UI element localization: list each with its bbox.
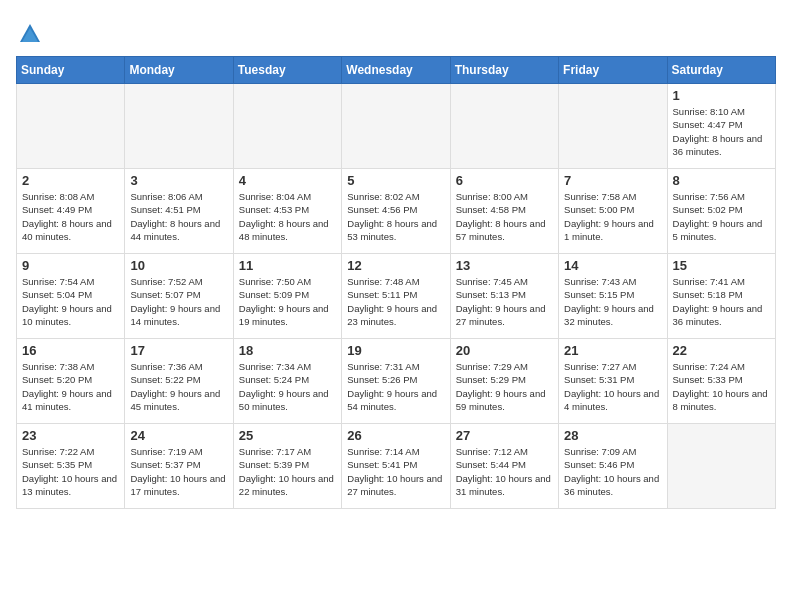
- day-number: 26: [347, 428, 444, 443]
- week-row-4: 16Sunrise: 7:38 AM Sunset: 5:20 PM Dayli…: [17, 339, 776, 424]
- day-number: 9: [22, 258, 119, 273]
- day-number: 1: [673, 88, 770, 103]
- day-cell: [450, 84, 558, 169]
- day-number: 3: [130, 173, 227, 188]
- day-number: 2: [22, 173, 119, 188]
- day-info: Sunrise: 7:48 AM Sunset: 5:11 PM Dayligh…: [347, 275, 444, 328]
- day-info: Sunrise: 7:54 AM Sunset: 5:04 PM Dayligh…: [22, 275, 119, 328]
- day-cell: 3Sunrise: 8:06 AM Sunset: 4:51 PM Daylig…: [125, 169, 233, 254]
- day-number: 13: [456, 258, 553, 273]
- day-info: Sunrise: 7:12 AM Sunset: 5:44 PM Dayligh…: [456, 445, 553, 498]
- day-info: Sunrise: 7:56 AM Sunset: 5:02 PM Dayligh…: [673, 190, 770, 243]
- day-number: 28: [564, 428, 661, 443]
- day-number: 7: [564, 173, 661, 188]
- day-info: Sunrise: 7:58 AM Sunset: 5:00 PM Dayligh…: [564, 190, 661, 243]
- day-number: 8: [673, 173, 770, 188]
- col-header-saturday: Saturday: [667, 57, 775, 84]
- logo: [16, 20, 48, 48]
- col-header-thursday: Thursday: [450, 57, 558, 84]
- day-info: Sunrise: 7:31 AM Sunset: 5:26 PM Dayligh…: [347, 360, 444, 413]
- day-cell: [667, 424, 775, 509]
- day-number: 5: [347, 173, 444, 188]
- day-info: Sunrise: 7:34 AM Sunset: 5:24 PM Dayligh…: [239, 360, 336, 413]
- day-cell: 6Sunrise: 8:00 AM Sunset: 4:58 PM Daylig…: [450, 169, 558, 254]
- day-cell: 2Sunrise: 8:08 AM Sunset: 4:49 PM Daylig…: [17, 169, 125, 254]
- day-cell: 28Sunrise: 7:09 AM Sunset: 5:46 PM Dayli…: [559, 424, 667, 509]
- day-cell: [559, 84, 667, 169]
- day-info: Sunrise: 7:45 AM Sunset: 5:13 PM Dayligh…: [456, 275, 553, 328]
- week-row-1: 1Sunrise: 8:10 AM Sunset: 4:47 PM Daylig…: [17, 84, 776, 169]
- day-info: Sunrise: 7:52 AM Sunset: 5:07 PM Dayligh…: [130, 275, 227, 328]
- day-info: Sunrise: 7:14 AM Sunset: 5:41 PM Dayligh…: [347, 445, 444, 498]
- day-cell: 14Sunrise: 7:43 AM Sunset: 5:15 PM Dayli…: [559, 254, 667, 339]
- day-cell: 23Sunrise: 7:22 AM Sunset: 5:35 PM Dayli…: [17, 424, 125, 509]
- day-number: 19: [347, 343, 444, 358]
- week-row-5: 23Sunrise: 7:22 AM Sunset: 5:35 PM Dayli…: [17, 424, 776, 509]
- day-number: 11: [239, 258, 336, 273]
- day-info: Sunrise: 7:22 AM Sunset: 5:35 PM Dayligh…: [22, 445, 119, 498]
- col-header-monday: Monday: [125, 57, 233, 84]
- day-number: 21: [564, 343, 661, 358]
- day-cell: 26Sunrise: 7:14 AM Sunset: 5:41 PM Dayli…: [342, 424, 450, 509]
- header: [16, 16, 776, 48]
- day-cell: 16Sunrise: 7:38 AM Sunset: 5:20 PM Dayli…: [17, 339, 125, 424]
- day-info: Sunrise: 7:43 AM Sunset: 5:15 PM Dayligh…: [564, 275, 661, 328]
- day-number: 15: [673, 258, 770, 273]
- day-number: 25: [239, 428, 336, 443]
- day-info: Sunrise: 8:00 AM Sunset: 4:58 PM Dayligh…: [456, 190, 553, 243]
- day-info: Sunrise: 8:10 AM Sunset: 4:47 PM Dayligh…: [673, 105, 770, 158]
- day-cell: 7Sunrise: 7:58 AM Sunset: 5:00 PM Daylig…: [559, 169, 667, 254]
- day-cell: [233, 84, 341, 169]
- day-info: Sunrise: 8:04 AM Sunset: 4:53 PM Dayligh…: [239, 190, 336, 243]
- day-cell: [17, 84, 125, 169]
- day-info: Sunrise: 7:41 AM Sunset: 5:18 PM Dayligh…: [673, 275, 770, 328]
- day-number: 23: [22, 428, 119, 443]
- logo-icon: [16, 20, 44, 48]
- day-number: 22: [673, 343, 770, 358]
- day-cell: 1Sunrise: 8:10 AM Sunset: 4:47 PM Daylig…: [667, 84, 775, 169]
- day-cell: 15Sunrise: 7:41 AM Sunset: 5:18 PM Dayli…: [667, 254, 775, 339]
- day-number: 16: [22, 343, 119, 358]
- day-info: Sunrise: 8:08 AM Sunset: 4:49 PM Dayligh…: [22, 190, 119, 243]
- day-cell: 19Sunrise: 7:31 AM Sunset: 5:26 PM Dayli…: [342, 339, 450, 424]
- col-header-tuesday: Tuesday: [233, 57, 341, 84]
- day-info: Sunrise: 7:29 AM Sunset: 5:29 PM Dayligh…: [456, 360, 553, 413]
- day-info: Sunrise: 8:06 AM Sunset: 4:51 PM Dayligh…: [130, 190, 227, 243]
- day-number: 12: [347, 258, 444, 273]
- day-cell: [125, 84, 233, 169]
- day-cell: 10Sunrise: 7:52 AM Sunset: 5:07 PM Dayli…: [125, 254, 233, 339]
- day-info: Sunrise: 7:17 AM Sunset: 5:39 PM Dayligh…: [239, 445, 336, 498]
- day-info: Sunrise: 7:09 AM Sunset: 5:46 PM Dayligh…: [564, 445, 661, 498]
- day-info: Sunrise: 7:19 AM Sunset: 5:37 PM Dayligh…: [130, 445, 227, 498]
- day-cell: 13Sunrise: 7:45 AM Sunset: 5:13 PM Dayli…: [450, 254, 558, 339]
- day-info: Sunrise: 7:50 AM Sunset: 5:09 PM Dayligh…: [239, 275, 336, 328]
- day-info: Sunrise: 8:02 AM Sunset: 4:56 PM Dayligh…: [347, 190, 444, 243]
- day-number: 24: [130, 428, 227, 443]
- day-cell: 4Sunrise: 8:04 AM Sunset: 4:53 PM Daylig…: [233, 169, 341, 254]
- day-cell: 20Sunrise: 7:29 AM Sunset: 5:29 PM Dayli…: [450, 339, 558, 424]
- day-info: Sunrise: 7:27 AM Sunset: 5:31 PM Dayligh…: [564, 360, 661, 413]
- day-number: 14: [564, 258, 661, 273]
- day-cell: 5Sunrise: 8:02 AM Sunset: 4:56 PM Daylig…: [342, 169, 450, 254]
- day-cell: [342, 84, 450, 169]
- week-row-3: 9Sunrise: 7:54 AM Sunset: 5:04 PM Daylig…: [17, 254, 776, 339]
- day-cell: 21Sunrise: 7:27 AM Sunset: 5:31 PM Dayli…: [559, 339, 667, 424]
- day-cell: 18Sunrise: 7:34 AM Sunset: 5:24 PM Dayli…: [233, 339, 341, 424]
- col-header-sunday: Sunday: [17, 57, 125, 84]
- col-header-friday: Friday: [559, 57, 667, 84]
- day-info: Sunrise: 7:24 AM Sunset: 5:33 PM Dayligh…: [673, 360, 770, 413]
- day-number: 17: [130, 343, 227, 358]
- calendar-table: SundayMondayTuesdayWednesdayThursdayFrid…: [16, 56, 776, 509]
- day-number: 4: [239, 173, 336, 188]
- day-cell: 17Sunrise: 7:36 AM Sunset: 5:22 PM Dayli…: [125, 339, 233, 424]
- day-cell: 11Sunrise: 7:50 AM Sunset: 5:09 PM Dayli…: [233, 254, 341, 339]
- day-number: 6: [456, 173, 553, 188]
- day-number: 27: [456, 428, 553, 443]
- day-cell: 12Sunrise: 7:48 AM Sunset: 5:11 PM Dayli…: [342, 254, 450, 339]
- day-cell: 9Sunrise: 7:54 AM Sunset: 5:04 PM Daylig…: [17, 254, 125, 339]
- header-row: SundayMondayTuesdayWednesdayThursdayFrid…: [17, 57, 776, 84]
- day-cell: 22Sunrise: 7:24 AM Sunset: 5:33 PM Dayli…: [667, 339, 775, 424]
- day-info: Sunrise: 7:38 AM Sunset: 5:20 PM Dayligh…: [22, 360, 119, 413]
- col-header-wednesday: Wednesday: [342, 57, 450, 84]
- day-cell: 27Sunrise: 7:12 AM Sunset: 5:44 PM Dayli…: [450, 424, 558, 509]
